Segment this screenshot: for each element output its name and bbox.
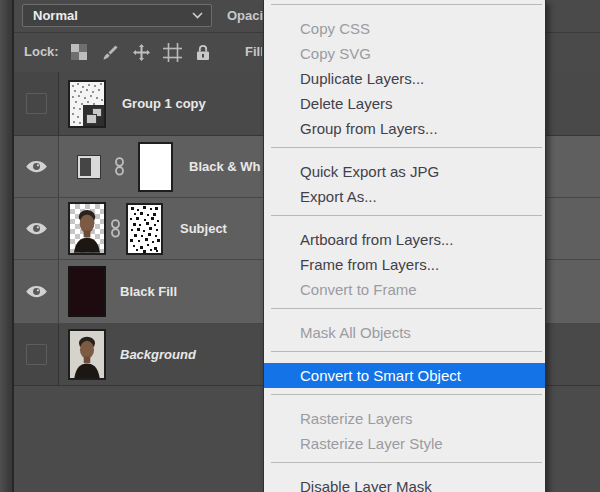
lock-position-icon[interactable] xyxy=(131,42,151,62)
layer-thumbnail-subject[interactable] xyxy=(68,202,106,255)
visibility-toggle[interactable] xyxy=(14,136,59,197)
menu-item-rasterize-layer-style: Rasterize Layer Style xyxy=(264,431,545,456)
opacity-label: Opacity: xyxy=(227,8,263,23)
link-mask-icon[interactable] xyxy=(110,219,121,238)
lock-nesting-icon[interactable] xyxy=(162,42,182,62)
adjustment-layer-icon[interactable] xyxy=(78,156,100,178)
visibility-toggle[interactable] xyxy=(14,324,59,385)
menu-item-convert-to-smart-object[interactable]: Convert to Smart Object xyxy=(264,363,545,388)
layer-name: Group 1 copy xyxy=(122,96,206,111)
menu-separator xyxy=(271,394,542,395)
menu-item-copy-css: Copy CSS xyxy=(264,16,545,41)
menu-item-delete-layers[interactable]: Delete Layers xyxy=(264,91,545,116)
eye-icon xyxy=(25,284,48,299)
context-menu: Copy CSSCopy SVGDuplicate Layers...Delet… xyxy=(263,0,546,492)
lock-transparency-icon[interactable] xyxy=(69,42,89,62)
menu-separator xyxy=(271,462,542,463)
group-badge-icon xyxy=(83,105,104,126)
menu-separator xyxy=(271,351,542,352)
eye-icon xyxy=(25,159,48,174)
layer-thumbnail-background[interactable] xyxy=(68,329,106,380)
menu-item-mask-all-objects: Mask All Objects xyxy=(264,320,545,345)
menu-item-copy-svg: Copy SVG xyxy=(264,41,545,66)
lock-icons xyxy=(69,42,213,62)
lock-label: Lock: xyxy=(24,44,59,59)
visibility-checkbox-empty xyxy=(26,344,47,365)
layer-thumbnail-group[interactable] xyxy=(68,80,106,128)
menu-item-frame-from-layers[interactable]: Frame from Layers... xyxy=(264,252,545,277)
menu-separator xyxy=(271,308,542,309)
blend-mode-value: Normal xyxy=(23,8,192,23)
menu-separator xyxy=(271,215,542,216)
fill-label: Fill: xyxy=(245,44,262,59)
menu-item-export-as[interactable]: Export As... xyxy=(264,184,545,209)
menu-item-group-from-layers[interactable]: Group from Layers... xyxy=(264,116,545,141)
menu-item-duplicate-layers[interactable]: Duplicate Layers... xyxy=(264,66,545,91)
layer-name: Black Fill xyxy=(120,284,177,299)
layer-name: Black & Wh xyxy=(189,159,261,174)
eye-icon xyxy=(25,221,48,236)
layer-thumbnail-fill[interactable] xyxy=(68,266,106,317)
layer-name: Background xyxy=(120,347,196,362)
photoshop-layers-panel: Normal Opacity: Lock: Fil xyxy=(0,0,600,492)
visibility-toggle[interactable] xyxy=(14,198,59,259)
visibility-toggle[interactable] xyxy=(14,260,59,323)
menu-item-quick-export-as-jpg[interactable]: Quick Export as JPG xyxy=(264,159,545,184)
link-mask-icon[interactable] xyxy=(114,157,125,176)
panel-left-edge xyxy=(0,0,14,492)
menu-item-convert-to-frame: Convert to Frame xyxy=(264,277,545,302)
menu-item-artboard-from-layers[interactable]: Artboard from Layers... xyxy=(264,227,545,252)
chevron-down-icon xyxy=(192,12,203,19)
visibility-checkbox-empty xyxy=(26,93,47,114)
menu-separator xyxy=(271,4,542,5)
blend-mode-dropdown[interactable]: Normal xyxy=(22,4,212,27)
menu-separator xyxy=(271,147,542,148)
visibility-toggle[interactable] xyxy=(14,72,59,135)
lock-all-icon[interactable] xyxy=(193,42,213,62)
layer-mask-thumbnail-noise[interactable] xyxy=(126,203,163,255)
menu-item-rasterize-layers: Rasterize Layers xyxy=(264,406,545,431)
layer-name: Subject xyxy=(180,221,227,236)
lock-pixels-icon[interactable] xyxy=(100,42,120,62)
menu-item-disable-layer-mask[interactable]: Disable Layer Mask xyxy=(264,474,545,492)
layer-mask-thumbnail[interactable] xyxy=(138,142,173,192)
